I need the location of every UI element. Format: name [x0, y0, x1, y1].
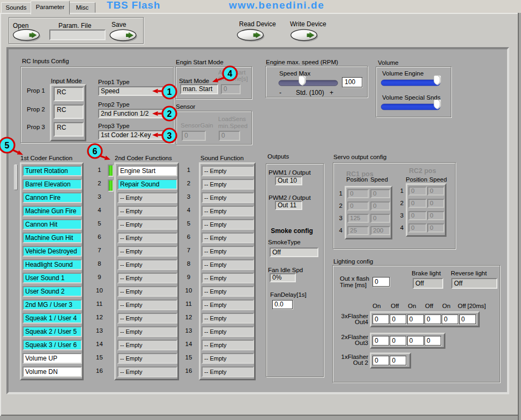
svg-text:6: 6 [93, 147, 98, 156]
svg-text:4: 4 [228, 69, 233, 78]
svg-text:3: 3 [167, 131, 172, 140]
svg-text:5: 5 [5, 141, 10, 150]
svg-text:2: 2 [167, 109, 172, 118]
svg-text:1: 1 [167, 87, 172, 96]
